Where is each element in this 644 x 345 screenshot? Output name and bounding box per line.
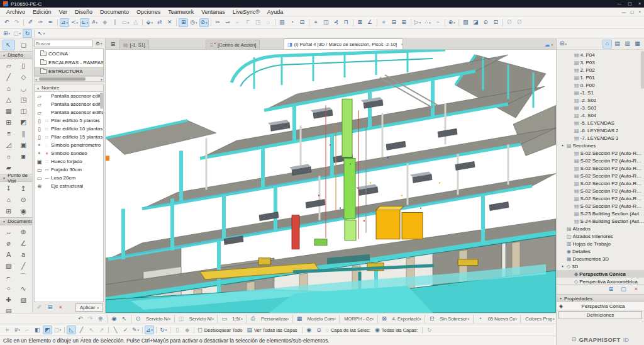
layer-folder-row[interactable]: COCINA — [35, 49, 103, 58]
navigator-tree-item[interactable]: ▤-5. LEYENDAS — [557, 119, 644, 127]
window-tool[interactable]: ⊞ — [3, 116, 15, 128]
revision-dropdown[interactable]: 05 Nueva Co...▸ — [486, 315, 519, 323]
settings-button[interactable]: Definiciones — [558, 311, 642, 319]
resize-icon[interactable]: ◳ — [253, 18, 263, 27]
pick-up-settings-icon[interactable]: ✐ — [35, 303, 44, 312]
publisher-sets-icon[interactable]: ▦ — [633, 40, 642, 48]
layer-list-item[interactable]: ▭▭Forjado 30cm — [35, 166, 103, 174]
overwrite-icon[interactable]: ⊡ — [427, 315, 436, 323]
teamwork-send-icon[interactable]: ∅ — [505, 18, 514, 27]
navigator-tree-item[interactable]: ▦Documentos 3D — [557, 255, 644, 263]
document-tab[interactable]: ♖●[Centro de Acción] — [206, 40, 260, 49]
toolbar-separator[interactable] — [174, 315, 175, 323]
snap-check-icon[interactable]: ✓ — [121, 325, 130, 334]
view-map-icon[interactable]: ▤ — [613, 40, 622, 48]
workspace-close-button[interactable]: × — [638, 9, 641, 14]
layout-book-icon[interactable]: ▥ — [623, 40, 632, 48]
text-tool[interactable]: A — [3, 249, 15, 260]
toolbar-separator[interactable] — [458, 19, 459, 26]
arc-tool[interactable]: ⌒ — [17, 271, 30, 283]
menu-item[interactable]: Teamwork — [164, 8, 197, 16]
cutaway-icon[interactable]: ⊘▾ — [199, 18, 209, 27]
navigator-tree-item[interactable]: ◇Perspectiva Axonométrica — [557, 278, 644, 284]
pick-up-parameters-icon[interactable]: ✐ — [26, 18, 35, 27]
pen-set-dropdown[interactable]: Personalizado▸ — [258, 315, 291, 323]
marquee-tool[interactable]: ▢ — [18, 40, 30, 50]
toolbar-separator[interactable] — [107, 315, 108, 323]
toolbar-separator[interactable] — [64, 327, 65, 334]
layer-list-item[interactable]: ▯□Pilar edificio 15 plantas — [35, 133, 103, 141]
navigator-tree-item[interactable]: ▼◇3D — [557, 263, 644, 270]
selection-snap-icon[interactable]: ⌗ — [3, 325, 12, 334]
organizer-icon[interactable]: ⌖ — [311, 18, 321, 27]
hotspot-tool[interactable]: ✚ — [3, 294, 15, 305]
export-icon[interactable]: ⊠ — [380, 315, 389, 323]
overwrite-dropdown[interactable]: Sin Sobrescri...▸ — [437, 315, 470, 323]
minimize-button[interactable]: — — [617, 1, 621, 6]
profile-manager-icon[interactable]: ⊓ — [341, 18, 351, 27]
navigator-tree-item[interactable]: ▼▤Secciones — [557, 142, 644, 149]
toolbar-separator[interactable] — [339, 315, 340, 323]
properties-section-header[interactable]: ▼Propiedades — [557, 294, 644, 302]
stair-tool[interactable]: ≡ — [3, 128, 15, 139]
grid-snap-icon[interactable]: #▾ — [90, 18, 99, 27]
layer-list-item[interactable]: ▯□Pilar edificio 10 plantas — [35, 125, 103, 133]
navigator-tree-item[interactable]: ▤-2. S02 — [557, 96, 644, 104]
layer-list-item[interactable]: ▯□Pilar edificio 5 plantas — [35, 116, 103, 125]
line-tool[interactable]: ╱ — [17, 260, 30, 271]
label-tool[interactable]: a — [17, 249, 30, 260]
show-all-layers-button[interactable]: ▤Ver Todas las Capas — [245, 325, 299, 334]
workspace-maximize-button[interactable]: ▢ — [630, 9, 634, 14]
document-tab[interactable]: ▤[-1. S1] — [119, 40, 149, 49]
gear-icon[interactable]: ⚙▾ — [94, 40, 104, 47]
zoom-next-icon[interactable]: ↷ — [86, 315, 95, 323]
navigator-tree-item[interactable]: ▤S-02 Sección P2 (Auto-Reconstrucci — [557, 202, 644, 210]
navigator-tree-item[interactable]: ▥Hojas de Trabajo — [557, 240, 644, 247]
refresh-icon[interactable]: ↻ — [425, 325, 434, 334]
unlock-all-button[interactable]: ◻Desbloquear Todo — [196, 325, 245, 334]
toolbox-section-document[interactable]: ▼Documento — [0, 217, 32, 225]
toolbar-separator[interactable] — [194, 327, 194, 334]
schedules-icon[interactable]: ▥ — [277, 18, 287, 27]
object-tool[interactable]: ▣ — [17, 139, 30, 150]
toolbar-separator[interactable] — [275, 19, 275, 26]
delete-element-icon[interactable]: ⊠ — [355, 18, 365, 27]
intersect-icon[interactable]: ⌐ — [233, 18, 243, 27]
spline-tool[interactable]: ∿ — [17, 283, 30, 294]
toolbar-separator[interactable] — [377, 315, 378, 323]
zoom-icon[interactable]: ⊕ — [96, 315, 105, 323]
navigator-tree-item[interactable]: ◉Detalles — [557, 247, 644, 255]
split-icon[interactable]: ✂ — [213, 18, 223, 27]
teamwork-receive-icon[interactable]: ∅ — [515, 18, 525, 27]
toolbar-separator[interactable] — [34, 30, 35, 37]
close-button[interactable]: × — [638, 1, 641, 6]
toolbox-section-design[interactable]: ▼Diseño — [0, 51, 32, 59]
navigator-tree-item[interactable]: ◈Perspectiva Cónica — [557, 270, 644, 278]
pen-set-icon[interactable]: ⎙ — [248, 315, 258, 323]
menu-item[interactable]: Documento — [96, 8, 133, 16]
menu-item[interactable]: Ayuda — [264, 8, 287, 16]
toolbar-separator[interactable] — [131, 315, 131, 323]
layer-visibility-icon[interactable]: ◉ — [304, 325, 314, 334]
drawing-tool[interactable]: ▤ — [3, 305, 15, 313]
polyline-tool[interactable]: ⌐ — [3, 271, 15, 283]
scale-dropdown[interactable]: 1:50▸ — [230, 315, 244, 323]
guide-lines-icon[interactable]: ≺▾ — [70, 18, 79, 27]
elevation-tool[interactable]: ↥ — [17, 183, 30, 194]
model-view-options-dropdown[interactable]: Servicio N/D▸ — [143, 315, 172, 323]
pen-tool-icon[interactable]: ✎▾ — [131, 325, 140, 334]
measure-icon[interactable]: ⊿▾ — [60, 18, 69, 27]
angle-snap-icon[interactable]: ⊿▾ — [145, 325, 154, 334]
mesh-tool[interactable]: △ — [3, 94, 15, 105]
clone-folder-icon[interactable]: ⊞ — [606, 285, 616, 294]
scroll-right-icon[interactable]: ▸ — [101, 77, 103, 81]
project-map-icon[interactable]: ⌂ — [602, 40, 612, 48]
distribute-icon[interactable]: ⊟ — [389, 18, 399, 27]
toolbar-separator[interactable] — [422, 327, 423, 334]
navigator-tree-item[interactable]: ▤S-02 Sección P2 (Auto-Reconstrucci — [557, 157, 644, 164]
layer-settings-icon[interactable]: ◫ — [321, 18, 331, 27]
column-tool[interactable]: ▯ — [17, 60, 30, 71]
3d-styles-icon[interactable]: ◎▾ — [189, 18, 198, 27]
undo-icon[interactable]: ↶ — [2, 18, 11, 27]
radial-dimension-tool[interactable]: ⌀ — [3, 237, 15, 249]
